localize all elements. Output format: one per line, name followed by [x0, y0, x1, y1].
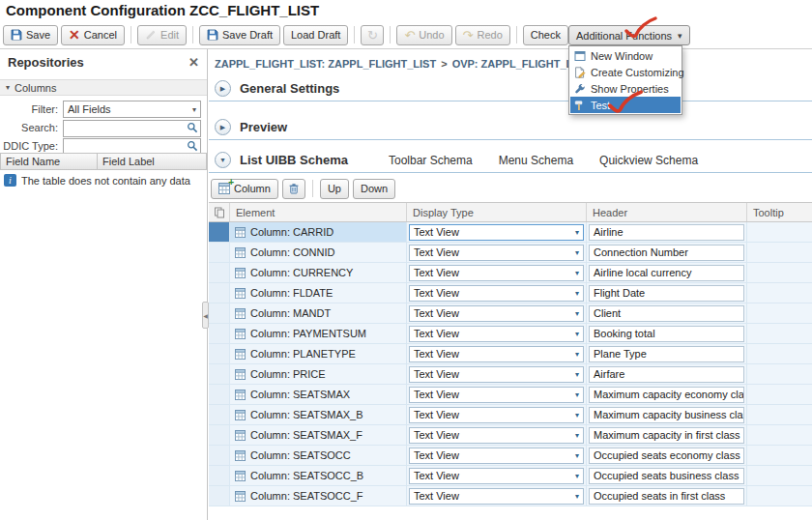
table-row[interactable]: Column: SEATSOCC_F Text View ▾ Occupied …	[209, 486, 812, 506]
row-selector[interactable]	[209, 486, 230, 506]
add-column-button[interactable]: + Column	[211, 179, 278, 199]
undo-button[interactable]: ↶ Undo	[396, 25, 451, 45]
element-cell[interactable]: Column: PRICE	[230, 364, 407, 385]
row-selector[interactable]	[209, 425, 230, 446]
tooltip-cell[interactable]	[747, 466, 812, 486]
move-down-button[interactable]: Down	[353, 179, 395, 199]
menu-item-test[interactable]: Test	[570, 97, 681, 113]
row-selector[interactable]	[209, 385, 230, 405]
move-up-button[interactable]: Up	[320, 179, 349, 199]
element-cell[interactable]: Column: SEATSOCC_F	[230, 486, 407, 506]
table-row[interactable]: Column: SEATSOCC Text View ▾ Occupied se…	[209, 446, 812, 466]
expand-toggle-icon[interactable]: ▶	[215, 119, 231, 135]
header-input[interactable]: Maximum capacity economy class	[589, 387, 744, 403]
row-selector[interactable]	[209, 222, 230, 243]
row-selector[interactable]	[209, 303, 230, 324]
table-row[interactable]: Column: MANDT Text View ▾ Client	[209, 303, 812, 324]
row-selector[interactable]	[209, 344, 230, 364]
display-type-dropdown[interactable]: Text View ▾	[409, 265, 584, 281]
menu-item-new-window[interactable]: New Window	[570, 47, 681, 64]
table-row[interactable]: Column: SEATSMAX_F Text View ▾ Maximum c…	[209, 425, 812, 446]
element-cell[interactable]: Column: SEATSMAX_F	[230, 425, 407, 446]
header-input[interactable]: Plane Type	[589, 346, 744, 362]
element-cell[interactable]: Column: SEATSOCC	[230, 446, 407, 466]
tooltip-column-header[interactable]: Tooltip	[747, 203, 812, 221]
menu-item-create-customizing[interactable]: Create Customizing	[570, 64, 681, 80]
display-type-dropdown[interactable]: Text View ▾	[409, 468, 584, 484]
tooltip-cell[interactable]	[747, 344, 812, 364]
row-selector[interactable]	[209, 364, 230, 385]
element-cell[interactable]: Column: CONNID	[230, 243, 407, 263]
display-type-dropdown[interactable]: Text View ▾	[409, 427, 584, 444]
header-input[interactable]: Flight Date	[589, 285, 744, 302]
header-input[interactable]: Occupied seats economy class	[589, 448, 744, 464]
tooltip-cell[interactable]	[747, 405, 812, 425]
display-type-dropdown[interactable]: Text View ▾	[409, 305, 584, 322]
header-input[interactable]: Maximum capacity business class	[589, 407, 744, 423]
element-cell[interactable]: Column: SEATSOCC_B	[230, 466, 407, 486]
columns-section-header[interactable]: ▾ Columns	[0, 79, 207, 96]
cancel-button[interactable]: ✕ Cancel	[61, 25, 125, 45]
panel-splitter-handle[interactable]: ◀	[202, 302, 209, 329]
additional-functions-button[interactable]: Additional Functions ▾	[568, 25, 690, 45]
display-type-dropdown[interactable]: Text View ▾	[409, 245, 584, 261]
save-draft-button[interactable]: Save Draft	[199, 25, 280, 45]
tooltip-cell[interactable]	[747, 425, 812, 446]
row-selector-header[interactable]	[209, 203, 230, 221]
tooltip-cell[interactable]	[747, 303, 812, 324]
tab-quickview-schema[interactable]: Quickview Schema	[599, 154, 698, 167]
search-icon[interactable]	[187, 122, 198, 133]
tooltip-cell[interactable]	[747, 283, 812, 303]
header-input[interactable]: Occupied seats business class	[589, 468, 744, 484]
tooltip-cell[interactable]	[747, 324, 812, 344]
save-button[interactable]: Save	[3, 25, 58, 45]
element-cell[interactable]: Column: PAYMENTSUM	[230, 324, 407, 344]
tooltip-cell[interactable]	[747, 263, 812, 283]
header-input[interactable]: Airline	[589, 224, 744, 241]
close-icon[interactable]: ✕	[188, 55, 199, 70]
refresh-button[interactable]: ↻	[361, 25, 384, 45]
element-cell[interactable]: Column: MANDT	[230, 303, 407, 324]
row-selector[interactable]	[209, 243, 230, 263]
table-row[interactable]: Column: CONNID Text View ▾ Connection Nu…	[209, 243, 812, 263]
tooltip-cell[interactable]	[747, 243, 812, 263]
search-input[interactable]	[63, 120, 201, 137]
header-input[interactable]: Airline local currency	[589, 265, 744, 281]
load-draft-button[interactable]: Load Draft	[283, 25, 348, 45]
header-input[interactable]: Booking total	[589, 326, 744, 342]
row-selector[interactable]	[209, 283, 230, 303]
display-type-dropdown[interactable]: Text View ▾	[409, 488, 584, 505]
table-row[interactable]: Column: CURRENCY Text View ▾ Airline loc…	[209, 263, 812, 283]
header-input[interactable]: Occupied seats in first class	[589, 488, 744, 505]
display-type-dropdown[interactable]: Text View ▾	[409, 346, 584, 362]
table-row[interactable]: Column: PRICE Text View ▾ Airfare	[209, 364, 812, 385]
delete-row-button[interactable]	[282, 179, 305, 199]
element-cell[interactable]: Column: PLANETYPE	[230, 344, 407, 364]
display-type-dropdown[interactable]: Text View ▾	[409, 407, 584, 423]
display-type-dropdown[interactable]: Text View ▾	[409, 224, 584, 241]
field-label-header[interactable]: Field Label	[97, 153, 207, 170]
element-column-header[interactable]: Element	[230, 203, 407, 221]
tooltip-cell[interactable]	[747, 486, 812, 506]
breadcrumb-link[interactable]: ZAPPL_FLIGHT_LIST: ZAPPL_FLIGHT_LIST	[215, 58, 436, 70]
display-type-column-header[interactable]: Display Type	[407, 203, 587, 221]
tooltip-cell[interactable]	[747, 385, 812, 405]
check-button[interactable]: Check	[523, 25, 568, 45]
header-input[interactable]: Client	[589, 305, 744, 322]
table-row[interactable]: Column: SEATSMAX Text View ▾ Maximum cap…	[209, 385, 812, 405]
tab-menu-schema[interactable]: Menu Schema	[499, 154, 573, 167]
row-selector[interactable]	[209, 466, 230, 486]
table-row[interactable]: Column: PAYMENTSUM Text View ▾ Booking t…	[209, 324, 812, 344]
element-cell[interactable]: Column: CARRID	[230, 222, 407, 243]
table-row[interactable]: Column: FLDATE Text View ▾ Flight Date	[209, 283, 812, 303]
tooltip-cell[interactable]	[747, 364, 812, 385]
display-type-dropdown[interactable]: Text View ▾	[409, 448, 584, 464]
row-selector[interactable]	[209, 446, 230, 466]
table-row[interactable]: Column: PLANETYPE Text View ▾ Plane Type	[209, 344, 812, 364]
row-selector[interactable]	[209, 263, 230, 283]
row-selector[interactable]	[209, 324, 230, 344]
header-input[interactable]: Connection Number	[589, 245, 744, 261]
element-cell[interactable]: Column: SEATSMAX	[230, 385, 407, 405]
display-type-dropdown[interactable]: Text View ▾	[409, 366, 584, 383]
tab-toolbar-schema[interactable]: Toolbar Schema	[389, 154, 473, 167]
